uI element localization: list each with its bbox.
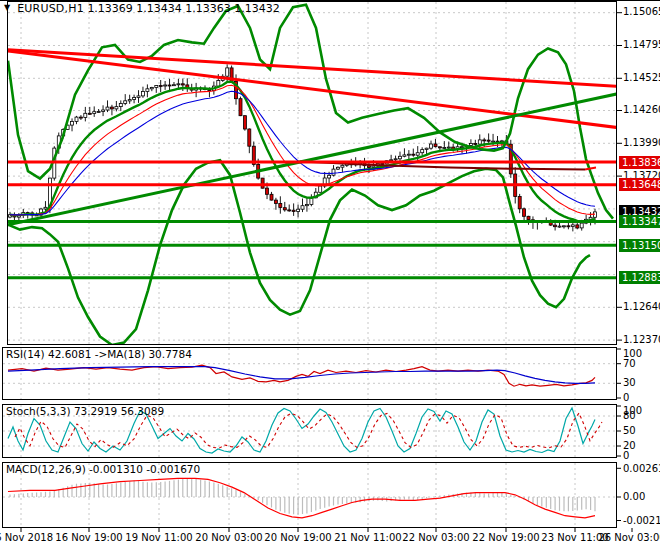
macd-indicator-label: MACD(12,26,9) -0.001310 -0.001670	[6, 463, 200, 475]
time-axis-label: 16 Nov 2018	[0, 532, 53, 543]
symbol-dropdown-icon[interactable]: ▼	[4, 3, 10, 12]
macd-tick-label: 0.002612	[623, 463, 660, 474]
price-badge-green: 1.12883	[619, 271, 660, 284]
macd-tick-label: 0.00	[623, 491, 645, 502]
time-axis-label: 26 Nov 03:00	[598, 532, 660, 543]
time-axis-label: 22 Nov 03:00	[402, 532, 469, 543]
price-badge-green: 1.13347	[619, 215, 660, 228]
trading-chart-window: ▼EURUSD,H1 1.13369 1.13434 1.13363 1.134…	[0, 0, 660, 550]
chart-title: ▼EURUSD,H1 1.13369 1.13434 1.13363 1.134…	[4, 2, 280, 15]
price-badge-red: 1.13836	[619, 156, 660, 169]
stoch-indicator-label: Stoch(5,3,3) 73.2919 56.3089	[6, 405, 164, 417]
price-tick-label: 1.12640	[623, 301, 660, 312]
price-tick-label: 1.14795	[623, 39, 660, 50]
rsi-indicator-label: RSI(14) 42.6081 ->MA(18) 30.7784	[6, 348, 192, 360]
chart-symbol-period: EURUSD,H1	[17, 2, 84, 15]
price-badge-red: 1.13648	[619, 178, 660, 191]
price-tick-label: 1.12370	[623, 334, 660, 345]
stoch-tick-label: 0	[623, 450, 629, 461]
price-tick-label: 1.15065	[623, 6, 660, 17]
main-chart-panel[interactable]	[7, 1, 617, 345]
time-axis-label: 19 Nov 11:00	[125, 532, 192, 543]
price-tick-label: 1.13990	[623, 137, 660, 148]
time-axis-label: 22 Nov 19:00	[472, 532, 539, 543]
rsi-tick-label: 70	[623, 358, 636, 369]
price-tick-label: 1.14525	[623, 72, 660, 83]
rsi-tick-label: 0	[623, 392, 629, 403]
rsi-tick-label: 30	[623, 377, 636, 388]
time-axis-label: 16 Nov 19:00	[55, 532, 122, 543]
time-axis-label: 20 Nov 03:00	[195, 532, 262, 543]
chart-ohlc-values: 1.13369 1.13434 1.13363 1.13432	[87, 2, 279, 15]
macd-tick-label: -0.002138	[623, 515, 660, 526]
stoch-tick-label: 50	[623, 425, 636, 436]
time-axis-label: 21 Nov 11:00	[334, 532, 401, 543]
price-badge-green: 1.13150	[619, 239, 660, 252]
price-tick-label: 1.14260	[623, 104, 660, 115]
stoch-tick-label: 80	[623, 410, 636, 421]
time-axis-label: 20 Nov 19:00	[264, 532, 331, 543]
